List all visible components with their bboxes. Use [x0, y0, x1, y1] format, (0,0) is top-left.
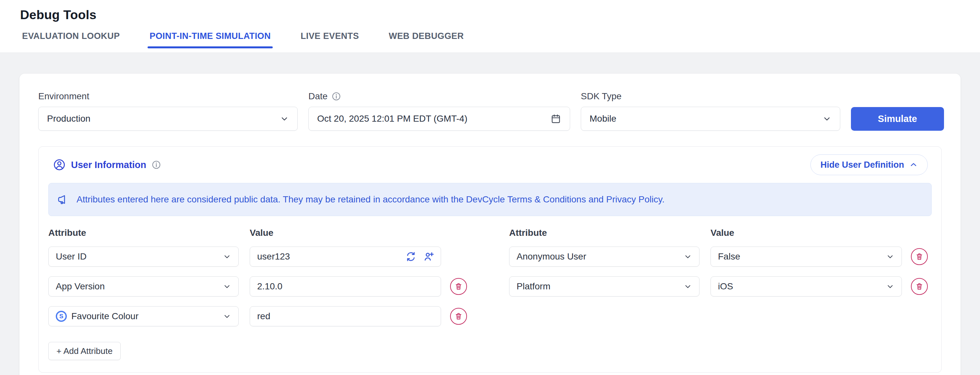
- trash-slot: [450, 308, 467, 325]
- attribute-select-anonymous-user[interactable]: Anonymous User: [509, 247, 700, 266]
- attributes-right-column: Attribute Value Anonymous User: [509, 228, 928, 360]
- attribute-select-value: Anonymous User: [517, 251, 586, 262]
- value-column-header: Value: [250, 228, 441, 238]
- chevron-down-icon: [223, 312, 231, 321]
- attribute-column-header: Attribute: [48, 228, 239, 238]
- refresh-icon[interactable]: [406, 251, 417, 262]
- value-select-value: iOS: [718, 281, 733, 292]
- attribute-row-app-version: App Version: [48, 276, 467, 297]
- date-label: Date: [309, 91, 328, 102]
- user-information-title: User Information: [71, 160, 146, 170]
- date-field: Date Oct 20, 2025 12:01 PM EDT (GMT-4): [309, 91, 570, 131]
- tab-point-in-time-simulation[interactable]: POINT-IN-TIME SIMULATION: [148, 31, 273, 48]
- environment-label: Environment: [38, 91, 298, 102]
- trash-icon: [454, 312, 463, 321]
- trash-slot: [911, 278, 928, 295]
- attribute-row-platform: Platform iOS: [509, 276, 928, 297]
- favourite-colour-input[interactable]: [250, 306, 441, 326]
- page-title: Debug Tools: [20, 8, 960, 22]
- tab-bar: EVALUATION LOOKUP POINT-IN-TIME SIMULATI…: [20, 31, 960, 48]
- attribute-select-user-id[interactable]: User ID: [48, 247, 239, 266]
- sdk-type-select[interactable]: Mobile: [581, 107, 840, 131]
- info-icon[interactable]: [331, 91, 341, 101]
- date-value: Oct 20, 2025 12:01 PM EDT (GMT-4): [317, 113, 467, 124]
- user-information-section: User Information Hide User Definition At…: [38, 146, 942, 373]
- add-attribute-button[interactable]: + Add Attribute: [48, 342, 121, 360]
- attribute-row-favourite-colour: S Favourite Colour: [48, 306, 467, 326]
- environment-value: Production: [47, 113, 91, 124]
- chevron-down-icon: [684, 282, 692, 290]
- attribute-select-value: App Version: [56, 281, 105, 292]
- attribute-select-value: User ID: [56, 251, 87, 262]
- sdk-type-value: Mobile: [590, 113, 616, 124]
- chevron-down-icon: [223, 282, 231, 290]
- app-version-input[interactable]: [250, 276, 441, 297]
- hide-user-definition-button[interactable]: Hide User Definition: [810, 155, 928, 175]
- sdk-type-label: SDK Type: [581, 91, 840, 102]
- user-id-input-icons: [406, 247, 434, 266]
- attributes-area: Attribute Value User ID: [48, 228, 932, 360]
- column-headers: Attribute Value: [48, 228, 467, 238]
- date-label-row: Date: [309, 91, 570, 102]
- column-headers: Attribute Value: [509, 228, 928, 238]
- value-box-platform: iOS: [711, 276, 902, 297]
- chevron-down-icon: [886, 282, 894, 290]
- delete-platform-button[interactable]: [911, 278, 928, 295]
- sdk-type-field: SDK Type Mobile: [581, 91, 840, 131]
- trash-slot: [911, 248, 928, 265]
- tab-live-events[interactable]: LIVE EVENTS: [299, 31, 361, 48]
- simulation-card: Environment Production Date Oct 20, 2025: [19, 73, 961, 375]
- environment-field: Environment Production: [38, 91, 298, 131]
- attribute-select-value: Platform: [517, 281, 550, 292]
- trash-icon: [915, 252, 924, 261]
- tab-web-debugger[interactable]: WEB DEBUGGER: [387, 31, 466, 48]
- value-box-favourite-colour: [250, 306, 441, 326]
- value-box-user-id: [250, 247, 441, 266]
- user-circle-icon: [53, 158, 66, 171]
- attribute-column-header: Attribute: [509, 228, 700, 238]
- user-plus-icon[interactable]: [423, 251, 434, 262]
- chevron-up-icon: [909, 161, 918, 169]
- hide-user-definition-label: Hide User Definition: [821, 160, 904, 170]
- simulate-wrap: Simulate: [851, 91, 944, 131]
- date-input[interactable]: Oct 20, 2025 12:01 PM EDT (GMT-4): [309, 107, 570, 131]
- attribute-row-user-id: User ID: [48, 247, 467, 266]
- chevron-down-icon: [223, 252, 231, 261]
- public-data-banner: Attributes entered here are considered p…: [48, 183, 932, 216]
- page-body: Environment Production Date Oct 20, 2025: [0, 53, 980, 375]
- user-information-header: User Information Hide User Definition: [48, 155, 932, 175]
- megaphone-icon: [57, 193, 69, 206]
- tab-evaluation-lookup[interactable]: EVALUATION LOOKUP: [20, 31, 122, 48]
- delete-anonymous-user-button[interactable]: [911, 248, 928, 265]
- simulate-button[interactable]: Simulate: [851, 107, 944, 131]
- delete-app-version-button[interactable]: [450, 278, 467, 295]
- value-box-app-version: [250, 276, 441, 297]
- attribute-select-app-version[interactable]: App Version: [48, 276, 239, 297]
- platform-value-select[interactable]: iOS: [711, 276, 902, 297]
- delete-favourite-colour-button[interactable]: [450, 308, 467, 325]
- string-type-badge-icon: S: [56, 311, 67, 322]
- public-data-notice: Attributes entered here are considered p…: [76, 194, 665, 205]
- trash-slot: [450, 278, 467, 295]
- chevron-down-icon: [886, 252, 894, 261]
- value-box-anonymous-user: False: [711, 247, 902, 266]
- attribute-select-platform[interactable]: Platform: [509, 276, 700, 297]
- attribute-select-favourite-colour[interactable]: S Favourite Colour: [48, 306, 239, 326]
- calendar-icon[interactable]: [550, 113, 562, 124]
- page-header: Debug Tools EVALUATION LOOKUP POINT-IN-T…: [0, 0, 980, 53]
- chevron-down-icon: [684, 252, 692, 261]
- attribute-select-value: Favourite Colour: [72, 311, 138, 321]
- value-column-header: Value: [711, 228, 902, 238]
- simulation-controls: Environment Production Date Oct 20, 2025: [38, 91, 942, 131]
- trash-icon: [915, 282, 924, 290]
- info-icon[interactable]: [151, 160, 161, 170]
- user-information-title-group: User Information: [53, 158, 161, 171]
- chevron-down-icon: [280, 114, 289, 123]
- trash-icon: [454, 282, 463, 290]
- attribute-row-anonymous-user: Anonymous User False: [509, 247, 928, 266]
- anonymous-user-value-select[interactable]: False: [711, 247, 902, 266]
- chevron-down-icon: [822, 114, 832, 123]
- value-select-value: False: [718, 251, 740, 262]
- environment-select[interactable]: Production: [38, 107, 298, 131]
- attributes-left-column: Attribute Value User ID: [48, 228, 467, 360]
